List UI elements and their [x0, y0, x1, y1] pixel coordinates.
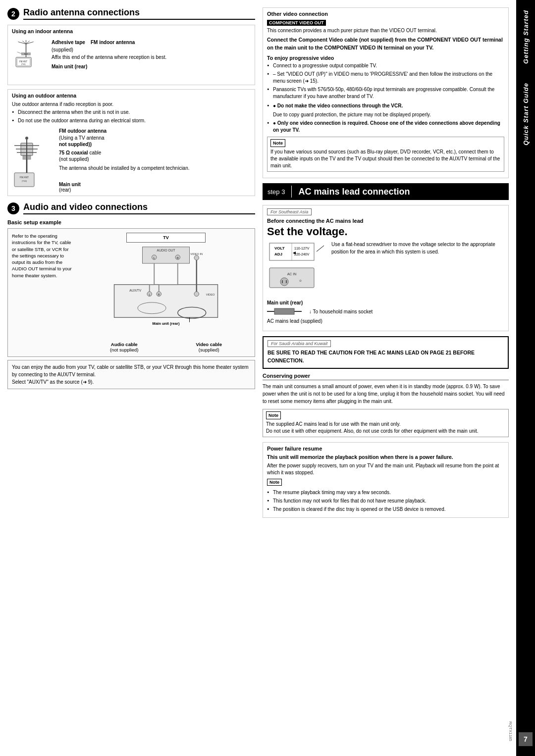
power-failure-bold: This unit will memorize the playback pos… [267, 454, 504, 460]
prog-bullet-3: Panasonic TVs with 576/50i·50p, 480/60i·… [267, 86, 504, 100]
svg-point-23 [25, 137, 28, 140]
supplied-text: (supplied) [52, 47, 251, 52]
tv-antenna-note: (Using a TV antenna [59, 135, 251, 141]
household-row: ↓ To household mains socket [267, 307, 504, 316]
saudi-box: For Saudi Arabia and Kuwait BE SURE TO R… [263, 336, 509, 369]
svg-text:L: L [149, 294, 150, 296]
outdoor-antenna-svg: FM ANT (75Ω) [12, 128, 56, 198]
section3-title: Audio and video connections [23, 202, 255, 214]
outdoor-antenna-image: FM ANT (75Ω) [12, 128, 52, 188]
power-failure-text: After the power supply recovers, turn on… [267, 462, 504, 476]
power-failure-box: Power failure resume This unit will memo… [263, 442, 509, 518]
cable-labels: Audio cable (not supplied) Video cable (… [81, 342, 251, 353]
saudi-region-label: For Saudi Arabia and Kuwait [268, 340, 331, 347]
basic-setup-title: Basic setup example [7, 219, 255, 225]
svg-text:VIDEO IN: VIDEO IN [190, 252, 203, 255]
outdoor-antenna-box: Using an outdoor antenna Use outdoor ant… [7, 89, 255, 196]
one-connection: ● Only one video connection is required.… [267, 120, 504, 134]
other-video-intro: This connection provides a much purer pi… [267, 28, 504, 33]
svg-text:ADJ: ADJ [274, 252, 282, 256]
main-unit-rear-label: Main unit (rear) [267, 300, 504, 305]
main-content: 2 Radio antenna connections Using an ind… [0, 0, 516, 756]
svg-text:FM ANT: FM ANT [19, 60, 28, 63]
quick-start-tab: Quick Start Guide [522, 83, 530, 146]
setup-text-left: Refer to the operating instructions for … [12, 233, 76, 353]
note-box-ac: Note The supplied AC mains lead is for u… [263, 409, 509, 438]
other-video-title: Other video connection [267, 11, 504, 17]
indoor-antenna-diagram: FM ANT (75Ω) tape [12, 37, 251, 82]
coaxial-label: 75 Ω coaxial cable [59, 150, 251, 155]
conserving-title: Conserving power [263, 373, 509, 380]
tv-box: TV [126, 233, 206, 243]
outdoor-main-unit-label: Main unit [59, 182, 251, 187]
outdoor-antenna-title: Using an outdoor antenna [12, 93, 251, 99]
connection-diagram-svg: AUDIO OUT L R VIDEO IN [81, 245, 251, 339]
svg-text:AUX/TV: AUX/TV [129, 289, 142, 292]
note-text: If you have various sound sources (such … [270, 149, 501, 169]
svg-rect-67 [274, 308, 294, 314]
fm-outdoor-label: FM outdoor antenna [59, 128, 107, 134]
volt-adj-svg: VOLT ADJ 110-127V 220-240V [267, 241, 331, 295]
bottom-note-box: You can enjoy the audio from your TV, ca… [7, 360, 255, 389]
step3-title: AC mains lead connection [298, 187, 410, 197]
svg-text:Main unit (rear): Main unit (rear) [153, 321, 180, 326]
outdoor-labels: FM outdoor antenna (Using a TV antenna n… [59, 128, 251, 193]
before-text: Before connecting the AC mains lead [267, 218, 504, 224]
av-section: 3 Audio and video connections Basic setu… [7, 202, 255, 389]
indoor-main-unit-label: Main unit (rear) [52, 64, 251, 69]
svg-text:R: R [177, 256, 179, 259]
bold-instruction: Connect the Component Video cable (not s… [267, 36, 504, 52]
vcr-warning-detail: Due to copy guard protection, the pictur… [267, 112, 504, 117]
svg-text:VOLT: VOLT [274, 246, 285, 251]
svg-text:110-127V: 110-127V [294, 247, 310, 250]
component-badge: COMPONENT VIDEO OUT [267, 20, 326, 26]
svg-line-59 [317, 246, 324, 252]
step3-section: step 3 AC mains lead connection For Sout… [263, 183, 509, 518]
step3-label: step 3 [268, 188, 285, 196]
progressive-bullets: Connect to a progressive output compatib… [267, 62, 504, 100]
section2-title: Radio antenna connections [23, 7, 255, 20]
svg-point-41 [194, 292, 199, 297]
voltage-diagram: VOLT ADJ 110-127V 220-240V [267, 241, 504, 296]
conserving-box: Conserving power The main unit consumes … [263, 373, 509, 405]
bottom-note-text: You can enjoy the audio from your TV, ca… [12, 363, 251, 386]
indoor-antenna-box: Using an indoor antenna FM ANT (75Ω) [7, 25, 255, 85]
power-failure-bullets: The resume playback timing may vary a fe… [267, 489, 504, 513]
audio-cable-label: Audio cable (not supplied) [110, 342, 139, 353]
svg-text:(75Ω): (75Ω) [22, 180, 27, 182]
page-number: 7 [519, 732, 533, 746]
outdoor-instruction1: Use outdoor antenna if radio reception i… [12, 101, 251, 107]
svg-text:R: R [158, 294, 160, 296]
mains-line-svg [267, 307, 307, 316]
svg-point-62 [280, 278, 288, 286]
adhesive-tape-label: Adhesive tape [52, 40, 85, 45]
southeast-region-label: For Southeast Asia [267, 208, 312, 215]
voltage-svg-area: VOLT ADJ 110-127V 220-240V [267, 241, 326, 296]
svg-text:VIDEO: VIDEO [206, 293, 215, 296]
note-label-ac: Note [266, 411, 281, 420]
ac-connection-area: Main unit (rear) ↓ To household mains so… [267, 300, 504, 324]
indoor-instruction: Affix this end of the antenna where rece… [52, 54, 251, 61]
ac-mains-label: AC mains lead (supplied) [267, 318, 504, 324]
right-column: Other video connection COMPONENT VIDEO O… [263, 7, 509, 749]
power-failure-title: Power failure resume [267, 446, 504, 452]
outdoor-bullets: Disconnect the antenna when the unit is … [12, 109, 251, 124]
note-label: Note [270, 139, 285, 148]
section3-number: 3 [7, 202, 19, 214]
indoor-antenna-image: FM ANT (75Ω) tape [12, 40, 44, 79]
section2-number: 2 [7, 8, 19, 20]
outdoor-bullet1: Disconnect the antenna when the unit is … [12, 109, 251, 116]
svg-text:(75Ω): (75Ω) [21, 63, 26, 65]
setup-diagram-box: Refer to the operating instructions for … [7, 228, 255, 357]
setup-diagram-center: TV AUDIO OUT L R [81, 233, 251, 353]
video-cable-label: Video cable (supplied) [196, 342, 222, 353]
indoor-antenna-labels: Adhesive tape FM indoor antenna (supplie… [52, 40, 251, 69]
svg-text:AC IN: AC IN [287, 272, 297, 276]
right-tab: Getting Started Quick Start Guide [516, 0, 535, 756]
svg-text:220-240V: 220-240V [294, 252, 310, 256]
vcr-warning: ● Do not make the video connections thro… [267, 102, 504, 109]
svg-line-12 [17, 52, 22, 54]
outdoor-rear-label: (rear) [59, 187, 251, 193]
prog-bullet-2: – Set "VIDEO OUT (I/P)" in VIDEO menu to… [267, 71, 504, 85]
prog-bullet-1: Connect to a progressive output compatib… [267, 62, 504, 69]
